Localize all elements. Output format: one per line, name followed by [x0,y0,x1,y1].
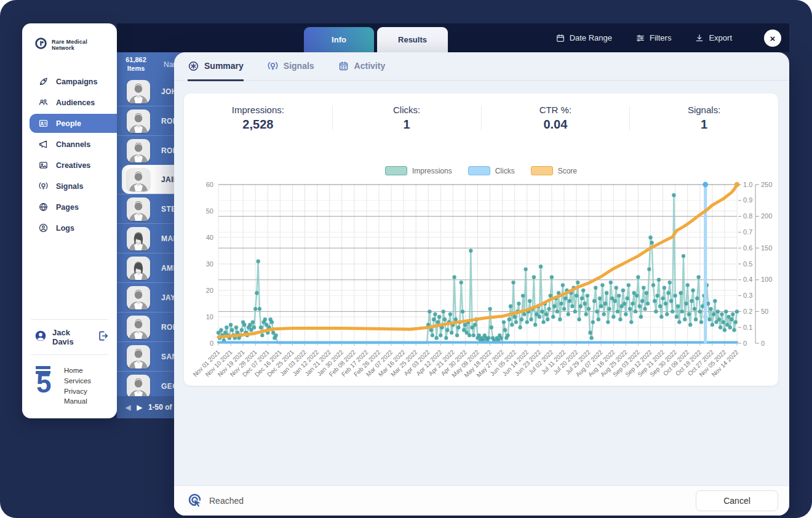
legend-impressions[interactable]: Impressions [385,166,452,175]
tab-info[interactable]: Info [304,27,374,52]
image-icon [38,160,49,170]
prev-page-icon[interactable]: ◀ [125,404,130,412]
results-modal: SummarySignalsActivity Impressions:2,528… [174,52,789,516]
globe-icon [38,202,49,212]
tab-signals[interactable]: Signals [267,60,314,81]
sidebar-nav: CampaignsAudiencesPeopleChannelsCreative… [22,72,117,237]
click-target-icon [186,492,203,510]
svg-text:0.6: 0.6 [743,244,752,252]
svg-text:40: 40 [206,234,213,241]
sidebar-item-audiences[interactable]: Audiences [30,93,117,112]
user-icon [34,330,47,345]
footer-link-privacy[interactable]: Privacy [64,387,91,396]
avatar [127,345,150,369]
svg-text:10: 10 [206,313,213,321]
stat-ctr: CTR %:0.04 [482,105,630,132]
avatar [127,80,150,103]
top-actions: Date RangeFiltersExport [555,23,732,52]
avatar [127,227,150,250]
legend-clicks[interactable]: Clicks [468,166,515,175]
chart-legend: ImpressionsClicksScore [184,166,778,175]
close-button[interactable]: × [764,30,781,47]
tab-activity[interactable]: Activity [338,60,386,81]
sidebar-item-pages[interactable]: Pages [30,197,117,217]
items-count: 61,862 Items [117,56,155,73]
sidebar-item-creatives[interactable]: Creatives [30,156,117,175]
svg-text:0.4: 0.4 [743,276,752,283]
svg-text:60: 60 [206,181,213,188]
export-button[interactable]: Export [695,33,732,43]
sidebar-item-signals[interactable]: Signals [30,177,117,196]
sidebar-item-label: Campaigns [56,78,97,86]
avatar [127,286,150,309]
user-row: Jack Davis [22,320,117,354]
person-name: JAY [161,293,175,302]
sidebar: Rare Medical Network CampaignsAudiencesP… [22,23,117,418]
app-frame: Info Results Date RangeFiltersExport × 6… [0,0,812,518]
filters-button[interactable]: Filters [635,33,671,43]
avatar [127,110,150,133]
svg-text:20: 20 [206,287,213,294]
footer-link-services[interactable]: Services [64,377,91,386]
avatar [127,139,150,162]
tab-summary[interactable]: Summary [188,60,244,81]
modal-footer: Reached Cancel [174,485,789,516]
calendar-icon [555,33,565,43]
svg-text:250: 250 [761,181,772,188]
sidebar-item-campaigns[interactable]: Campaigns [30,72,117,91]
date-range-button[interactable]: Date Range [555,33,612,43]
sidebar-item-people[interactable]: People [30,114,117,133]
user-name: Jack Davis [52,328,92,346]
results-chart: 010203040506000.10.20.30.40.50.60.70.80.… [184,177,778,383]
tab-results[interactable]: Results [377,27,448,52]
legend-score[interactable]: Score [531,166,577,175]
stats-row: Impressions:2,528Clicks:1CTR %:0.04Signa… [184,94,778,132]
stat-clicks: Clicks:1 [333,105,481,132]
svg-text:0.5: 0.5 [743,260,752,268]
reached-label: Reached [209,496,244,506]
panel-tabs: SummarySignalsActivity [174,52,789,81]
cancel-button[interactable]: Cancel [696,490,778,511]
tab-label: Signals [284,61,314,71]
sidebar-item-label: Signals [56,182,83,191]
summary-card: Impressions:2,528Clicks:1CTR %:0.04Signa… [184,94,778,386]
sidebar-item-channels[interactable]: Channels [30,135,117,154]
sidebar-item-label: Creatives [56,161,90,170]
person-name: AMI [161,264,175,273]
sidebar-footer: 5 HomeServicesPrivacyManual [22,355,117,418]
svg-text:30: 30 [206,260,213,268]
filters-icon [635,33,645,43]
legend-swatch [531,166,553,175]
svg-text:50: 50 [761,308,768,315]
avatar [127,257,150,280]
brand-logo-icon [34,37,47,52]
next-page-icon[interactable]: ▶ [137,404,141,412]
five-logo: 5 [36,366,57,398]
megaphone-icon [38,139,49,149]
top-bar: Info Results Date RangeFiltersExport × [117,23,789,52]
avatar [127,168,150,191]
svg-text:1.0: 1.0 [743,181,752,188]
logout-icon[interactable] [97,330,109,345]
signal-bulb-icon [38,181,49,191]
tab-label: Summary [204,61,244,71]
sidebar-item-label: Pages [56,203,79,212]
legend-swatch [385,166,407,175]
footer-links: HomeServicesPrivacyManual [64,366,91,406]
brand-name: Rare Medical Network [52,39,111,51]
sidebar-item-logs[interactable]: Logs [30,218,117,237]
footer-link-home[interactable]: Home [64,366,91,375]
svg-text:0: 0 [210,340,213,347]
id-card-icon [38,118,49,129]
footer-link-manual[interactable]: Manual [64,397,91,406]
stat-signals: Signals:1 [630,105,778,132]
svg-text:0.9: 0.9 [743,196,752,204]
sidebar-item-label: Channels [56,140,90,149]
stat-impressions: Impressions:2,528 [184,105,332,132]
svg-text:0: 0 [743,340,747,347]
svg-text:0.1: 0.1 [743,324,752,331]
svg-text:0.7: 0.7 [743,228,752,236]
sidebar-item-label: People [56,119,81,128]
reached-status: Reached [186,492,244,510]
avatar [127,316,150,339]
